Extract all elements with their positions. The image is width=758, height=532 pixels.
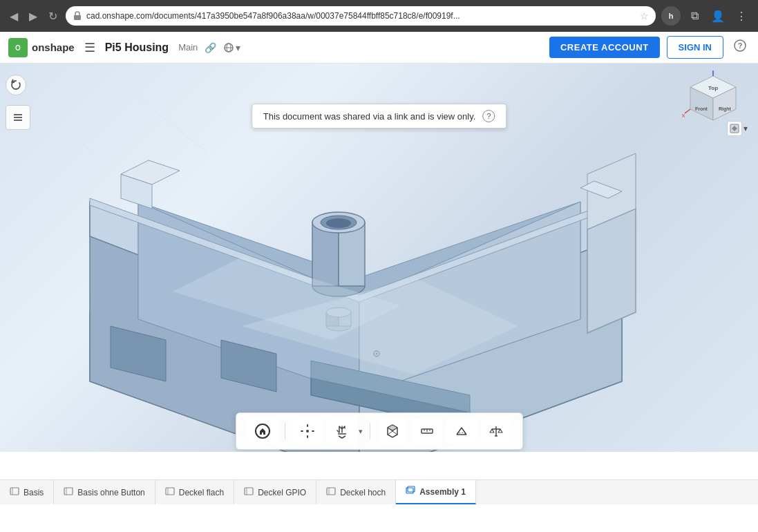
pan-dropdown-arrow[interactable]: ▾	[359, 427, 363, 436]
view-dropdown-arrow[interactable]: ▾	[743, 124, 748, 133]
pan-button[interactable]	[327, 419, 357, 444]
undo-icon	[10, 79, 22, 91]
section-icon	[385, 424, 400, 439]
browser-actions: h ⧉ 👤 ⋮	[661, 6, 751, 26]
tab-basis-label: Basis	[23, 488, 44, 497]
sign-in-button[interactable]: SIGN IN	[667, 36, 723, 59]
svg-text:Right: Right	[719, 106, 732, 112]
tab-deckel-gpio-label: Deckel GPIO	[258, 488, 306, 497]
move-button[interactable]	[292, 419, 323, 444]
svg-text:?: ?	[738, 41, 743, 50]
notification-text: This document was shared via a link and …	[263, 111, 476, 122]
tab-deckel-hoch-icon	[326, 486, 336, 498]
tabs-bar: Basis Basis ohne Button Deckel flach Dec…	[0, 479, 758, 504]
bookmark-icon[interactable]: ☆	[640, 10, 649, 21]
angle-icon	[454, 424, 469, 439]
history-button[interactable]	[6, 75, 26, 95]
forward-button[interactable]: ▶	[26, 7, 40, 26]
tab-basis-ohne-icon	[64, 486, 73, 498]
svg-marker-32	[587, 209, 636, 333]
tab-basis-icon	[10, 486, 19, 498]
svg-text:Z: Z	[712, 70, 715, 71]
svg-rect-0	[74, 15, 81, 20]
tab-assembly-icon	[406, 486, 415, 497]
measure-button[interactable]	[412, 419, 442, 444]
logo-icon: O	[8, 38, 28, 57]
more-options-icon[interactable]: ⋮	[732, 6, 751, 26]
main-area: This document was shared via a link and …	[0, 64, 758, 479]
lock-icon	[73, 11, 82, 21]
onshape-logo: O onshape	[8, 38, 75, 57]
url-text: cad.onshape.com/documents/417a3950be547a…	[86, 11, 636, 21]
section-button[interactable]	[377, 419, 408, 444]
tab-assembly-1[interactable]: Assembly 1	[396, 480, 476, 504]
tab-assembly-label: Assembly 1	[419, 487, 466, 497]
svg-rect-86	[64, 488, 73, 495]
view-cube[interactable]: Top Front Right Z X	[682, 70, 748, 136]
svg-line-65	[685, 109, 690, 113]
svg-line-17	[138, 64, 207, 167]
tab-basis-ohne-button[interactable]: Basis ohne Button	[54, 480, 155, 504]
tab-deckel-hoch[interactable]: Deckel hoch	[316, 480, 396, 504]
tab-deckel-flach[interactable]: Deckel flach	[155, 480, 234, 504]
svg-line-16	[0, 64, 207, 167]
tab-deckel-flach-icon	[165, 486, 175, 498]
tab-deckel-hoch-label: Deckel hoch	[340, 488, 386, 497]
svg-marker-75	[388, 425, 397, 430]
feature-list-container	[6, 105, 30, 130]
hamburger-menu[interactable]: ☰	[82, 37, 98, 58]
svg-text:Front: Front	[695, 106, 708, 111]
bottom-tools-overlay: ▾	[0, 410, 758, 452]
feature-list-button[interactable]	[6, 105, 30, 130]
move-icon	[300, 424, 315, 439]
measure-icon	[419, 424, 435, 439]
extensions-icon[interactable]: ⧉	[685, 6, 704, 26]
tab-basis[interactable]: Basis	[0, 480, 54, 504]
pan-icon	[334, 424, 350, 439]
profile-user-icon[interactable]: 👤	[708, 6, 728, 26]
view-options[interactable]: ▾	[727, 121, 748, 136]
logo-text: onshape	[32, 41, 75, 53]
copy-link-icon[interactable]: 🔗	[205, 42, 216, 53]
globe-svg	[223, 42, 234, 53]
divider-2	[370, 423, 370, 439]
refresh-button[interactable]: ↻	[46, 7, 60, 26]
list-icon	[12, 111, 24, 124]
divider-1	[285, 423, 285, 439]
svg-line-9	[69, 133, 207, 167]
svg-line-10	[138, 98, 207, 167]
notification-help-icon[interactable]: ?	[482, 110, 495, 122]
svg-rect-88	[166, 488, 174, 495]
tab-deckel-flach-label: Deckel flach	[179, 488, 224, 497]
svg-point-42	[326, 218, 351, 228]
create-account-button[interactable]: CREATE ACCOUNT	[549, 37, 660, 58]
svg-line-14	[0, 64, 207, 167]
scale-icon	[489, 424, 504, 439]
back-button[interactable]: ◀	[7, 7, 21, 26]
tab-basis-ohne-label: Basis ohne Button	[77, 488, 144, 497]
scale-button[interactable]	[481, 419, 511, 444]
angle-button[interactable]	[446, 419, 477, 444]
home-view-button[interactable]	[247, 419, 278, 444]
profile-icon[interactable]: h	[661, 6, 681, 26]
view-cube-icon	[727, 121, 742, 136]
floating-toolbar: ▾	[236, 412, 523, 450]
app-header: O onshape ☰ Pi5 Housing Main 🔗 ▾ CREATE …	[0, 32, 758, 64]
svg-point-70	[306, 430, 309, 433]
help-button[interactable]: ?	[730, 36, 750, 59]
tab-deckel-gpio-icon	[244, 486, 254, 498]
3d-viewport[interactable]: This document was shared via a link and …	[0, 64, 758, 452]
svg-rect-84	[10, 488, 19, 495]
svg-text:O: O	[15, 44, 21, 52]
svg-rect-92	[327, 488, 335, 495]
svg-rect-90	[245, 488, 253, 495]
svg-line-15	[69, 64, 207, 167]
tab-deckel-gpio[interactable]: Deckel GPIO	[234, 480, 316, 504]
address-bar[interactable]: cad.onshape.com/documents/417a3950be547a…	[66, 6, 656, 26]
visibility-icon[interactable]: ▾	[223, 42, 240, 53]
svg-text:X: X	[682, 113, 685, 119]
home-icon	[254, 423, 271, 439]
document-title: Pi5 Housing	[105, 41, 169, 54]
browser-chrome: ◀ ▶ ↻ cad.onshape.com/documents/417a3950…	[0, 0, 758, 32]
grid-overlay	[0, 64, 207, 167]
